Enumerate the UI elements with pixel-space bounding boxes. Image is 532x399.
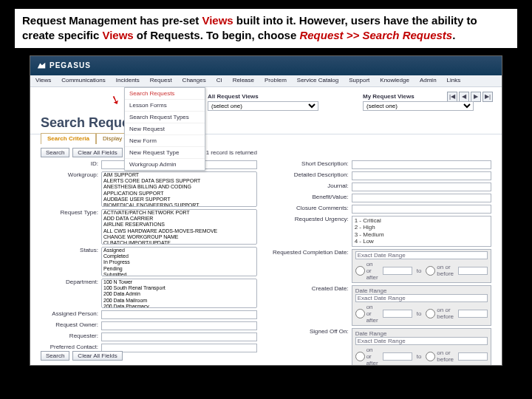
assigned-label: Assigned Person: <box>41 310 101 317</box>
slide-caption: Request Management has pre-set Views bui… <box>15 9 517 48</box>
created-to-field[interactable] <box>458 310 488 318</box>
detailed-description-field[interactable] <box>352 171 491 180</box>
pegasus-icon <box>36 61 47 71</box>
comp-from-field[interactable] <box>383 267 412 275</box>
department-label: Department: <box>41 279 101 285</box>
search-button-bottom[interactable]: Search <box>41 351 69 361</box>
all-views-label: All Request Views <box>208 93 318 100</box>
submenu-workgroup-admin[interactable]: Workgroup Admin <box>125 159 205 170</box>
search-button[interactable]: Search <box>41 148 69 157</box>
clear-all-button-bottom[interactable]: Clear All Fields <box>72 351 122 361</box>
submenu-new-request-type[interactable]: New Request Type <box>125 147 205 159</box>
created-onbefore-radio[interactable] <box>426 309 435 318</box>
requrg-label: Requested Urgency: <box>270 216 352 222</box>
menu-communications[interactable]: Communications <box>56 75 111 86</box>
menu-changes[interactable]: Changes <box>177 75 211 86</box>
request-owner-field[interactable] <box>101 321 257 330</box>
comp-onafter-radio[interactable] <box>355 266 365 276</box>
closure-label: Closure Comments: <box>270 205 352 211</box>
prefcontact-label: Preferred Contact: <box>41 344 101 350</box>
menu-incidents[interactable]: Incidents <box>111 75 145 86</box>
workgroup-select[interactable]: AIM SUPPORTALERTS CORE DATA SEPSIS SUPPO… <box>101 171 257 207</box>
status-label: Status: <box>41 247 101 253</box>
submenu-new-form[interactable]: New Form <box>125 135 205 147</box>
menubar: ViewsCommunicationsIncidentsRequestChang… <box>30 75 502 87</box>
app-window: PEGASUS ViewsCommunicationsIncidentsRequ… <box>30 55 502 366</box>
reqcomp-label: Requested Completion Date: <box>270 249 352 256</box>
submenu-new-request[interactable]: New Request <box>125 123 205 135</box>
urgency-list[interactable]: 1 - Critical2 - High3 - Medium4 - Low <box>352 216 491 247</box>
status-select[interactable]: AssignedCompletedIn ProgressPendingSubmi… <box>101 247 257 276</box>
menu-knowledge[interactable]: Knowledge <box>375 75 415 86</box>
comp-to-field[interactable] <box>458 267 488 275</box>
id-label: ID: <box>41 160 101 167</box>
completion-date-range-select[interactable]: Exact Date Range <box>355 251 488 259</box>
menu-problem[interactable]: Problem <box>259 75 292 86</box>
signed-from-field[interactable] <box>383 352 412 361</box>
menu-request[interactable]: Request <box>145 75 177 86</box>
signed-onafter-radio[interactable] <box>355 352 365 361</box>
all-views-select[interactable]: (select one) <box>208 101 318 111</box>
detaildesc-label: Detailed Description: <box>270 171 352 178</box>
workgroup-label: Workgroup: <box>41 171 101 178</box>
closure-field[interactable] <box>352 205 491 214</box>
app-header: PEGASUS <box>30 56 502 75</box>
reqowner-label: Request Owner: <box>41 321 101 328</box>
signed-label: Signed Off On: <box>270 328 352 335</box>
journal-label: Journal: <box>270 183 352 189</box>
my-views-label: My Request Views <box>363 93 474 100</box>
tab-search-criteria[interactable]: Search Criteria <box>41 133 96 144</box>
menu-views[interactable]: Views <box>30 75 56 86</box>
short-description-field[interactable] <box>352 160 491 169</box>
department-select[interactable]: 100 N Tower100 South Renal Transport200 … <box>101 279 257 308</box>
requester-field[interactable] <box>101 332 257 341</box>
shortdesc-label: Short Description: <box>270 160 352 167</box>
brand-logo: PEGASUS <box>36 61 91 71</box>
menu-links[interactable]: Links <box>442 75 466 86</box>
page-title: Search Requests <box>30 111 502 134</box>
preferred-contact-field[interactable] <box>101 344 257 352</box>
created-date-range-select[interactable]: Exact Date Range <box>355 294 488 302</box>
submenu-search-request-types[interactable]: Search Request Types <box>125 112 205 123</box>
annotation-arrow-icon: ➘ <box>108 92 122 108</box>
request-submenu: Search RequestsLesson FormsSearch Reques… <box>124 87 205 171</box>
assigned-field[interactable] <box>101 310 257 319</box>
submenu-search-requests[interactable]: Search Requests <box>125 88 205 100</box>
created-from-field[interactable] <box>383 310 412 318</box>
menu-ci[interactable]: CI <box>211 75 228 86</box>
menu-release[interactable]: Release <box>228 75 259 86</box>
my-views-select[interactable]: (select one) <box>363 101 474 111</box>
signed-to-field[interactable] <box>458 352 488 361</box>
menu-service-catalog[interactable]: Service Catalog <box>292 75 344 86</box>
benefit-field[interactable] <box>352 194 491 202</box>
submenu-lesson-forms[interactable]: Lesson Forms <box>125 100 205 112</box>
comp-onbefore-radio[interactable] <box>426 266 435 276</box>
journal-field[interactable] <box>352 183 491 191</box>
reqtype-label: Request Type: <box>41 209 101 216</box>
created-onafter-radio[interactable] <box>355 309 365 318</box>
created-date-group: Date Range Exact Date Range on or aftert… <box>352 285 491 326</box>
signed-date-group: Date Range Exact Date Range on or aftert… <box>352 328 491 366</box>
benefit-label: Benefit/Value: <box>270 194 352 200</box>
menu-admin[interactable]: Admin <box>415 75 442 86</box>
nav-last-button[interactable]: ▶| <box>482 92 493 102</box>
requester-label: Requester: <box>41 332 101 339</box>
signed-date-range-select[interactable]: Exact Date Range <box>355 337 488 345</box>
signed-onbefore-radio[interactable] <box>426 352 435 361</box>
request-type-select[interactable]: ACTIVATE/PATCH NETWORK PORTADD DATA CARR… <box>101 209 257 245</box>
completion-date-group: Exact Date Range on or aftertoon or befo… <box>352 249 491 283</box>
menu-support[interactable]: Support <box>344 75 375 86</box>
clear-all-button[interactable]: Clear All Fields <box>72 148 122 157</box>
created-label: Created Date: <box>270 285 352 292</box>
